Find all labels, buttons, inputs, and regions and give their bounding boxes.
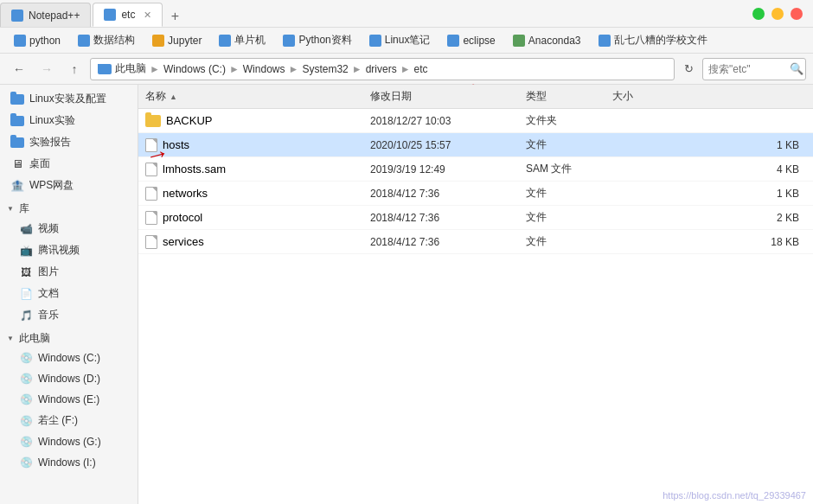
file-name: BACKUP xyxy=(166,114,212,127)
sidebar-item-win-g[interactable]: 💿 Windows (G:) xyxy=(0,431,138,452)
sidebar-item-lab-report[interactable]: 实验报告 xyxy=(0,131,138,153)
sidebar: Linux安装及配置 Linux实验 实验报告 🖥 桌面 🏦 WPS网盘 xyxy=(0,85,138,504)
anaconda3-bookmark-icon xyxy=(513,35,525,47)
new-tab-button[interactable]: + xyxy=(164,6,185,27)
sidebar-item-ruochen-f[interactable]: 💿 若尘 (F:) xyxy=(0,410,138,431)
sidebar-item-video[interactable]: 📹 视频 xyxy=(0,218,138,239)
forward-button[interactable]: → xyxy=(35,57,59,81)
sidebar-item-music[interactable]: 🎵 音乐 xyxy=(0,304,138,326)
file-icon xyxy=(145,187,157,201)
single-machine-bookmark-icon xyxy=(219,35,231,47)
sidebar-item-document[interactable]: 📄 文档 xyxy=(0,283,138,304)
nav-right: ↻ 🔍 xyxy=(678,58,806,80)
tab-notepad[interactable]: Notepad++ xyxy=(0,3,91,27)
bookmark-single-machine[interactable]: 单片机 xyxy=(212,31,272,49)
sidebar-label-thispc: 此电脑 xyxy=(19,331,50,346)
file-date: 2018/4/12 7:36 xyxy=(370,212,526,224)
win-c-icon: 💿 xyxy=(19,351,33,365)
file-name: lmhosts.sam xyxy=(163,163,226,175)
crumb-drivers[interactable]: drivers xyxy=(366,63,397,75)
file-date: 2018/4/12 7:36 xyxy=(370,236,526,248)
notepad-icon xyxy=(11,10,23,22)
address-bar[interactable]: 此电脑 ► Windows (C:) ► Windows ► System32 … xyxy=(90,58,675,80)
tab-etc-close[interactable]: ✕ xyxy=(144,10,151,21)
linux-install-icon xyxy=(10,93,24,106)
search-box[interactable]: 🔍 xyxy=(702,58,806,80)
table-row[interactable]: lmhosts.sam2019/3/19 12:49SAM 文件4 KB xyxy=(138,157,813,182)
sidebar-label-win-i: Windows (I:) xyxy=(38,456,96,469)
linux-notes-bookmark-icon xyxy=(369,35,381,47)
search-input[interactable] xyxy=(708,63,786,75)
col-header-type[interactable]: 类型 xyxy=(526,89,612,104)
file-date: 2019/3/19 12:49 xyxy=(370,163,526,175)
sidebar-label-library: 库 xyxy=(19,201,29,216)
crumb-windows[interactable]: Windows xyxy=(243,63,285,75)
sidebar-label-win-c: Windows (C:) xyxy=(38,352,100,364)
sidebar-label-video: 视频 xyxy=(38,221,59,236)
file-name: services xyxy=(163,235,204,248)
file-icon xyxy=(145,163,157,176)
bookmark-eclipse[interactable]: eclipse xyxy=(440,33,502,48)
sidebar-item-photo[interactable]: 🖼 图片 xyxy=(0,261,138,283)
table-row[interactable]: services2018/4/12 7:36文件18 KB xyxy=(138,230,813,254)
file-type: SAM 文件 xyxy=(526,162,612,176)
folder-icon xyxy=(145,115,161,127)
bookmark-python-label: python xyxy=(29,35,61,47)
sidebar-item-linux-install[interactable]: Linux安装及配置 xyxy=(0,88,138,110)
table-row[interactable]: networks2018/4/12 7:36文件1 KB xyxy=(138,182,813,206)
window-controls xyxy=(752,8,813,20)
bookmark-anaconda3-label: Anaconda3 xyxy=(528,35,581,47)
table-row[interactable]: hosts2020/10/25 15:57文件1 KB xyxy=(138,133,813,157)
col-header-date[interactable]: 修改日期 xyxy=(370,89,526,104)
bookmark-linux-notes[interactable]: Linux笔记 xyxy=(362,31,438,49)
bookmark-python-data[interactable]: Python资料 xyxy=(276,31,358,49)
search-icon[interactable]: 🔍 xyxy=(790,62,803,75)
bookmark-anaconda3[interactable]: Anaconda3 xyxy=(506,33,588,48)
file-type: 文件 xyxy=(526,234,612,249)
file-rows-container: BACKUP2018/12/27 10:03文件夹hosts2020/10/25… xyxy=(138,109,813,254)
crumb-thispc[interactable]: 此电脑 xyxy=(115,61,146,76)
table-row[interactable]: protocol2018/4/12 7:36文件2 KB xyxy=(138,206,813,230)
bookmark-data-structure[interactable]: 数据结构 xyxy=(71,31,142,49)
tencent-video-icon: 📺 xyxy=(19,244,33,258)
sidebar-item-linux-lab[interactable]: Linux实验 xyxy=(0,110,138,131)
bookmark-school-files[interactable]: 乱七八糟的学校文件 xyxy=(592,31,714,49)
tab-etc[interactable]: etc ✕ xyxy=(93,3,163,27)
win-e-icon: 💿 xyxy=(19,392,33,406)
lab-report-icon xyxy=(10,136,24,150)
bookmark-jupyter[interactable]: Jupyter xyxy=(145,33,208,48)
bookmark-python-data-label: Python资料 xyxy=(298,33,351,48)
minimize-button[interactable] xyxy=(771,8,784,20)
win-g-icon: 💿 xyxy=(19,435,33,449)
maximize-button[interactable] xyxy=(752,8,765,20)
up-button[interactable]: ↑ xyxy=(62,57,86,81)
crumb-winc[interactable]: Windows (C:) xyxy=(163,63,226,75)
table-row[interactable]: BACKUP2018/12/27 10:03文件夹 xyxy=(138,109,813,133)
sidebar-section-thispc[interactable]: ▼ 此电脑 xyxy=(0,326,138,348)
file-icon xyxy=(145,138,157,152)
sidebar-item-tencent-video[interactable]: 📺 腾讯视频 xyxy=(0,239,138,261)
sidebar-item-win-c[interactable]: 💿 Windows (C:) xyxy=(0,348,138,368)
bookmark-python[interactable]: python xyxy=(7,33,67,48)
close-button[interactable] xyxy=(791,8,803,20)
sidebar-item-wps[interactable]: 🏦 WPS网盘 xyxy=(0,175,138,196)
file-name-cell: lmhosts.sam xyxy=(145,163,370,176)
crumb-system32[interactable]: System32 xyxy=(302,63,348,75)
sidebar-item-win-i[interactable]: 💿 Windows (I:) xyxy=(0,452,138,473)
jupyter-bookmark-icon xyxy=(152,35,164,47)
sidebar-item-win-d[interactable]: 💿 Windows (D:) xyxy=(0,368,138,389)
col-header-size[interactable]: 大小 xyxy=(612,89,806,104)
bookmark-eclipse-label: eclipse xyxy=(463,35,495,47)
crumb-etc[interactable]: etc xyxy=(414,63,428,75)
sidebar-item-win-e[interactable]: 💿 Windows (E:) xyxy=(0,389,138,410)
sidebar-section-library[interactable]: ▼ 库 xyxy=(0,196,138,218)
file-icon xyxy=(145,235,157,249)
thispc-triangle: ▼ xyxy=(7,335,14,342)
col-header-name[interactable]: 名称 ▲ xyxy=(145,89,370,104)
bookmark-school-files-label: 乱七八糟的学校文件 xyxy=(614,33,707,48)
back-button[interactable]: ← xyxy=(7,57,31,81)
refresh-button[interactable]: ↻ xyxy=(678,59,699,80)
sidebar-item-desktop[interactable]: 🖥 桌面 xyxy=(0,153,138,175)
school-files-bookmark-icon xyxy=(599,35,611,47)
file-name: networks xyxy=(163,187,208,200)
